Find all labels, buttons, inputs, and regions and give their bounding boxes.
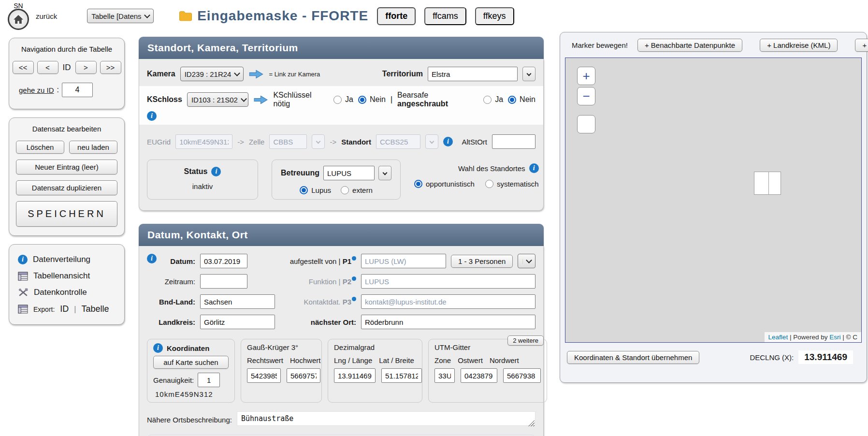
app-button-ffkeys[interactable]: ffkeys [475, 7, 514, 25]
utm-ostwert-input[interactable] [461, 368, 497, 383]
section-standort-title: Standort, Kamera, Territorium [139, 37, 544, 59]
utm-nordwert-input[interactable] [503, 368, 541, 383]
link-datenkontrolle[interactable]: Datenkontrolle [16, 284, 117, 301]
genauigkeit-label: Genauigkeit: [153, 376, 194, 384]
last-record-button[interactable]: >> [100, 61, 121, 74]
delete-button[interactable]: Löschen [16, 141, 64, 154]
territorium-input[interactable] [428, 67, 518, 81]
prev-record-button[interactable]: < [37, 61, 58, 74]
gk-title: Gauß-Krüger 3° [247, 343, 316, 351]
ort-input[interactable] [361, 315, 535, 329]
home-icon[interactable] [8, 9, 29, 30]
export-label: Export: [33, 305, 55, 313]
datum-input[interactable] [200, 254, 247, 268]
blank-map-button[interactable] [577, 115, 595, 133]
next-record-button[interactable]: > [75, 61, 97, 74]
new-entry-button[interactable]: Neuer Eintrag (leer) [16, 160, 117, 174]
radio-kschluessel-ja[interactable]: Ja [333, 95, 353, 104]
add-datapoints-button[interactable]: + Benachbarte Datenpunkte [637, 39, 742, 52]
table-select[interactable]: Tabelle [Datens [87, 9, 154, 23]
bndland-input[interactable] [200, 294, 275, 309]
chevron-down-icon [241, 96, 247, 102]
lng-input[interactable] [334, 368, 376, 383]
zoom-in-button[interactable]: + [577, 67, 595, 85]
kschloss-select[interactable]: ID103 : 21S02 [187, 92, 248, 107]
rechtswert-input[interactable] [247, 368, 281, 383]
betreuung-dropdown-button[interactable] [378, 166, 391, 180]
add-landkreise-button[interactable]: + Landkreise (KML) [760, 39, 838, 52]
radio-wahl-systematisch[interactable]: systematisch [485, 180, 539, 188]
p1-select-value: LUPUS (LW [522, 257, 523, 265]
app-button-ffcams[interactable]: ffcams [424, 7, 466, 25]
hochwert-input[interactable] [287, 368, 320, 383]
arrow-right-icon[interactable] [248, 69, 264, 79]
koordinaten-label: Koordinaten [167, 344, 209, 352]
leaflet-link[interactable]: Leaflet [768, 334, 788, 341]
p2-label: Funktion | P2 [252, 277, 356, 286]
goto-id-input[interactable] [62, 83, 93, 97]
betreuung-label: Betreuung [281, 169, 319, 177]
back-link[interactable]: zurück [36, 12, 57, 20]
save-button[interactable]: SPEICHERN [16, 201, 117, 227]
info-dot-icon [352, 276, 356, 281]
info-icon[interactable]: i [147, 254, 157, 263]
map-search-button[interactable]: auf Karte suchen [153, 356, 229, 369]
house-glyph [13, 14, 24, 25]
app-button-fforte[interactable]: fforte [377, 7, 416, 25]
p1-input[interactable] [361, 254, 446, 268]
landkreis-input[interactable] [200, 315, 275, 329]
more-coords-button[interactable]: 2 weitere [507, 335, 544, 346]
export-separator: | [74, 305, 76, 314]
first-record-button[interactable]: << [13, 61, 34, 74]
territorium-dropdown-button[interactable] [522, 67, 535, 81]
info-icon[interactable]: i [211, 167, 221, 176]
eugrid-input [175, 134, 232, 149]
ortsbeschreibung-textarea[interactable]: Bühnaustraße [237, 411, 535, 426]
radio-kschluessel-nein[interactable]: Nein [358, 95, 386, 104]
info-icon[interactable]: i [443, 137, 453, 146]
chevron-down-icon [526, 257, 532, 263]
lat-input[interactable] [381, 368, 422, 383]
radio-bearsafe-nein[interactable]: Nein [508, 95, 535, 104]
reload-button[interactable]: neu laden [69, 141, 117, 154]
export-table-link[interactable]: Tabelle [82, 304, 109, 314]
export-id-link[interactable]: ID [60, 304, 69, 314]
link-tabellenansicht[interactable]: Tabellenansicht [16, 268, 117, 284]
info-icon[interactable]: i [147, 111, 157, 121]
link-datenverteilung[interactable]: i Datenverteilung [16, 251, 117, 268]
info-icon[interactable]: i [153, 343, 163, 353]
altstort-input[interactable] [492, 134, 535, 149]
map-canvas[interactable]: + − Leaflet | Powered by Esri | © C [565, 58, 862, 343]
arrow-right-icon[interactable] [253, 95, 268, 105]
p3-input[interactable] [361, 294, 535, 309]
goto-id-link[interactable]: gehe zu ID [19, 86, 54, 94]
table-icon [18, 305, 28, 314]
p1-select[interactable]: LUPUS (LW [518, 254, 535, 268]
personen-button[interactable]: 1 - 3 Personen [451, 255, 513, 268]
add-bima-button[interactable]: + BIMA (KML) [855, 39, 868, 52]
info-icon[interactable]: i [529, 163, 539, 173]
radio-betreuung-extern[interactable]: extern [341, 186, 373, 194]
radio-label: Nein [370, 95, 386, 104]
duplicate-button[interactable]: Datensatz duplizieren [16, 180, 117, 195]
radio-wahl-opportunistisch[interactable]: opportunistisch [414, 180, 475, 188]
section-datum-title: Datum, Kontakt, Ort [139, 224, 544, 246]
betreuung-input[interactable] [323, 166, 375, 180]
p2-input[interactable] [361, 274, 535, 289]
topbar: SN zurück Tabelle [Datens Eingabemaske -… [0, 0, 868, 32]
zoom-out-button[interactable]: − [577, 87, 595, 105]
link-label: Datenkontrolle [34, 288, 87, 297]
betreuung-box: Betreuung Lupus extern [272, 160, 401, 200]
zeitraum-input[interactable] [200, 274, 247, 289]
apply-coordinates-button[interactable]: Koordinaten & Standort übernehmen [567, 351, 699, 364]
kamera-select[interactable]: ID239 : 21R24 [180, 67, 244, 81]
utm-zone-input[interactable] [434, 368, 455, 383]
genauigkeit-input[interactable] [198, 373, 220, 387]
table-icon [18, 272, 28, 281]
radio-bearsafe-ja[interactable]: Ja [483, 95, 503, 104]
eugrid-label: EUGrid [147, 138, 171, 146]
esri-link[interactable]: Esri [829, 334, 840, 341]
kschloss-label: KSchloss [147, 95, 182, 104]
radio-label: Ja [345, 95, 353, 104]
radio-betreuung-lupus[interactable]: Lupus [300, 186, 331, 194]
